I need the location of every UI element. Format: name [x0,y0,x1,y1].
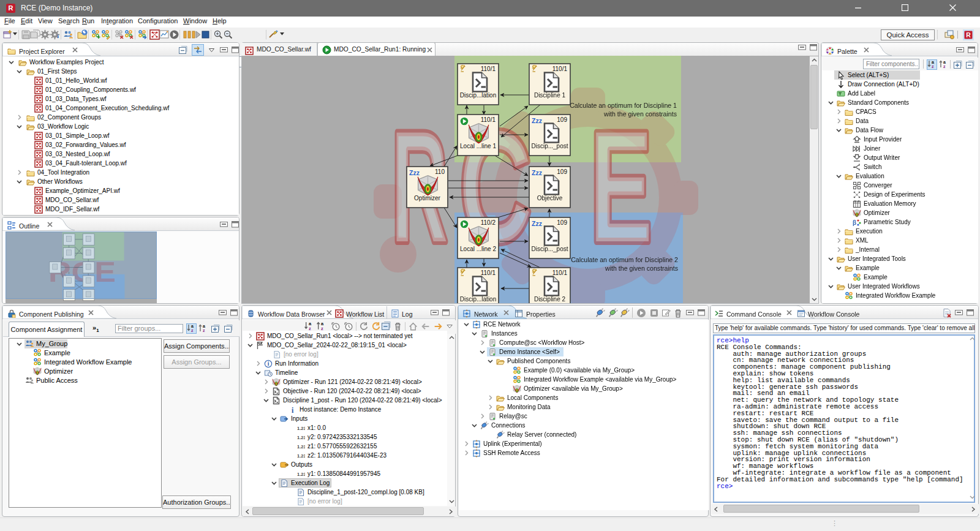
svg-text:Discip...lation: Discip...lation [460,92,496,99]
svg-text:109: 109 [557,168,567,175]
svg-text:110/1: 110/1 [481,269,496,276]
svg-text:z: z [191,328,194,333]
svg-text:110: 110 [435,168,445,175]
svg-text:Calculate an optimum for Disci: Calculate an optimum for Discipline 1 [570,102,677,109]
svg-text:Zzz: Zzz [409,169,420,176]
svg-text:z: z [932,64,934,69]
svg-text:with the given constraints: with the given constraints [605,265,678,272]
svg-text:with the given constraints: with the given constraints [603,110,677,118]
svg-text:Discip..._post: Discip..._post [531,143,568,149]
svg-text:R: R [966,31,971,39]
svg-text:Local ...line 1: Local ...line 1 [460,143,496,149]
svg-text:a: a [943,60,946,64]
svg-text:1.23: 1.23 [297,453,305,459]
svg-text:i: i [292,406,294,414]
svg-text:Local ...line 2: Local ...line 2 [460,246,496,252]
svg-text:E: E [590,98,652,275]
svg-text:110/1: 110/1 [552,269,568,276]
svg-text:i: i [58,33,59,39]
svg-text:i: i [268,361,270,367]
svg-text:z: z [203,328,205,333]
svg-text:1.23: 1.23 [297,426,305,431]
svg-text:110/1: 110/1 [481,116,496,123]
svg-text:Optimizer: Optimizer [414,195,440,201]
svg-text:Zzz: Zzz [532,169,542,176]
svg-text:Discip...lation: Discip...lation [460,296,496,303]
svg-text:a: a [191,324,194,328]
svg-text:Objective: Objective [537,195,563,201]
svg-text:1.23: 1.23 [297,435,305,440]
svg-text:Discip..._post: Discip..._post [531,246,568,252]
svg-text:109: 109 [557,219,567,226]
svg-text:110/1: 110/1 [552,66,568,72]
svg-text:110/2: 110/2 [481,219,496,226]
svg-text:β: β [853,219,856,226]
svg-text:Discipline 1: Discipline 1 [534,92,566,99]
svg-text:a: a [932,60,934,64]
svg-text:110/1: 110/1 [481,66,496,72]
svg-text:Zzz: Zzz [532,220,542,227]
svg-text:Zzz: Zzz [532,117,542,124]
svg-text:a: a [203,324,205,328]
svg-text:z: z [943,64,946,69]
svg-text:Calculate an optimum for Disci: Calculate an optimum for Discipline 2 [571,256,678,263]
svg-text:1.23: 1.23 [297,472,305,477]
svg-text:Discipline 2: Discipline 2 [534,296,566,303]
svg-text:109: 109 [557,116,567,123]
svg-text:1.23: 1.23 [297,444,305,450]
